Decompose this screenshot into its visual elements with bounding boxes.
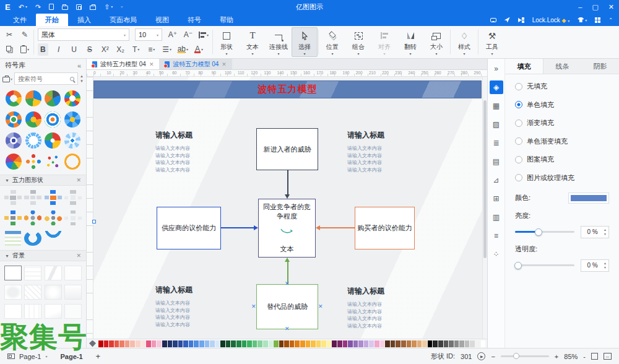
background-thumb[interactable] [64,266,82,280]
radio-icon[interactable] [515,83,522,90]
palette-swatch[interactable] [231,340,236,347]
palette-swatch[interactable] [417,340,422,347]
palette-swatch[interactable] [236,340,241,347]
background-thumb[interactable] [64,285,82,300]
palette-swatch[interactable] [353,340,358,347]
selection-handle[interactable] [92,220,96,223]
symbol-search-input[interactable] [18,76,68,82]
palette-swatch[interactable] [374,340,379,347]
palette-swatch[interactable] [428,340,433,347]
quick-access-toggle[interactable]: ▿ [121,5,123,9]
feedback-icon[interactable] [490,18,496,22]
collapse-ribbon-button[interactable]: ⌃ [608,17,613,23]
fill-option-solid[interactable]: 单色填充 [515,100,609,110]
shape-thumb[interactable] [45,231,62,246]
symbol-thumb[interactable] [45,90,61,106]
zoom-level[interactable]: 85% [564,353,578,360]
palette-swatch[interactable] [465,340,470,347]
palette-swatch[interactable] [306,340,311,347]
collaborate-icon[interactable] [518,17,524,23]
new-file-button[interactable] [49,4,54,10]
background-thumb[interactable] [4,266,22,280]
fill-option-texture[interactable]: 图片或纹理填充 [515,173,609,183]
palette-swatch[interactable] [130,340,135,347]
position-button[interactable]: 位置▾ [319,27,345,57]
palette-swatch[interactable] [194,340,199,347]
radio-icon[interactable] [515,156,522,163]
size-button[interactable]: 大小▾ [423,27,449,57]
palette-swatch[interactable] [337,340,342,347]
close-section-icon[interactable]: ✕ [76,177,81,183]
palette-swatch[interactable] [115,340,119,347]
theme-button[interactable]: ▾ [578,17,587,22]
strikethrough-button[interactable]: S [85,43,95,56]
palette-swatch[interactable] [173,340,178,347]
connector-tool-button[interactable]: 连接线▾ [266,27,292,57]
copy-button[interactable] [4,43,14,56]
connector-right[interactable] [320,227,355,228]
fill-color-picker[interactable] [568,193,609,204]
media-panel-icon[interactable]: ▥ [490,210,503,224]
redo-button[interactable]: ↷ [35,4,41,11]
palette-swatch[interactable] [364,340,369,347]
palette-swatch[interactable] [327,340,332,347]
menu-tab-home[interactable]: 开始 [36,14,68,26]
format-painter-button[interactable]: ✎ [20,28,30,41]
bold-button[interactable]: B [38,43,48,56]
opacity-spinner[interactable]: 0 % ▲▼ [581,259,609,272]
close-tab-icon[interactable]: ✕ [222,61,227,67]
palette-swatch[interactable] [109,340,114,347]
shape-tool-button[interactable]: 形状▾ [214,27,240,57]
brightness-slider[interactable] [515,231,574,233]
palette-swatch[interactable] [274,340,279,347]
shape-thumb[interactable] [4,190,22,205]
palette-swatch[interactable] [380,340,385,347]
palette-swatch[interactable] [183,340,188,347]
fill-bucket-icon[interactable] [89,340,96,347]
fullscreen-icon[interactable] [591,353,598,360]
minimize-button[interactable]: – [578,3,582,11]
components-panel-icon[interactable]: ▦ [490,99,503,113]
tab-fill[interactable]: 填充 [505,59,543,74]
palette-swatch[interactable] [258,340,262,347]
font-size-select[interactable]: 10▾ [135,28,162,41]
palette-swatch[interactable] [98,340,103,347]
brightness-slider-knob[interactable] [535,228,542,236]
close-tab-icon[interactable]: ✕ [149,61,154,67]
document-tab-2[interactable]: 波特五力模型 04 ✕ [159,59,232,69]
maximize-button[interactable]: ▢ [592,3,598,11]
symbol-thumb[interactable] [6,132,22,149]
placeholder-block-top-left[interactable]: 请输入标题 请输入文本内容 请输入文本内容 请输入文本内容 请输入文本内容 [155,130,230,173]
style-button[interactable]: ♢ 样式▾ [451,27,477,57]
palette-swatch[interactable] [210,340,215,347]
opacity-slider[interactable] [515,264,574,266]
palette-swatch[interactable] [311,340,316,347]
library-next-button[interactable]: ▼ [80,79,84,83]
palette-swatch[interactable] [444,340,449,347]
palette-swatch[interactable] [412,340,417,347]
palette-swatch[interactable] [385,340,390,347]
radio-selected-icon[interactable] [515,101,522,108]
palette-swatch[interactable] [215,340,220,347]
palette-swatch[interactable] [316,340,321,347]
open-file-button[interactable] [62,4,68,10]
shape-thumb[interactable] [4,210,22,225]
shape-thumb[interactable] [24,231,41,246]
align-panel-icon[interactable]: ≡ [490,229,503,243]
shape-thumb[interactable] [4,231,22,246]
palette-swatch[interactable] [407,340,412,347]
palette-swatch[interactable] [295,340,300,347]
select-tool-button[interactable]: 选择▾ [292,27,318,57]
shape-thumb[interactable] [24,190,41,205]
chart-panel-icon[interactable]: ⊿ [490,173,503,187]
background-thumb[interactable] [45,266,62,280]
fill-panel-icon[interactable]: ◈ [490,80,503,94]
distribute-panel-icon[interactable]: ⁘ [490,248,503,261]
increase-font-button[interactable]: A⁺ [168,28,178,41]
underline-button[interactable]: U [69,43,79,56]
palette-swatch[interactable] [321,340,326,347]
text-style-button[interactable]: T▾ [131,43,141,56]
share-send-icon[interactable] [504,17,510,23]
symbol-thumb[interactable] [25,111,41,128]
palette-swatch[interactable] [348,340,353,347]
